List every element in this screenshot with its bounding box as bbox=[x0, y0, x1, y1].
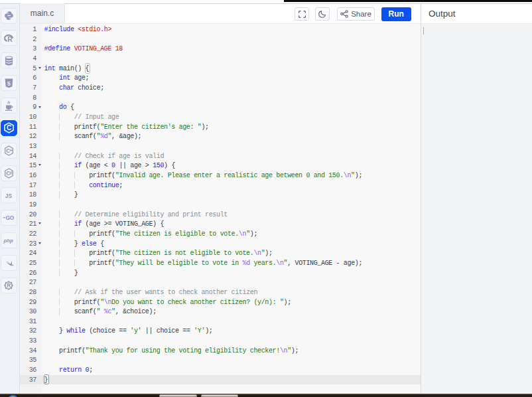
svg-text:JS: JS bbox=[5, 193, 13, 199]
svg-text:R: R bbox=[8, 36, 13, 43]
svg-text:#: # bbox=[9, 171, 12, 175]
svg-text:php: php bbox=[3, 238, 13, 244]
svg-text:+: + bbox=[10, 147, 13, 152]
svg-text:GO: GO bbox=[6, 215, 15, 221]
svg-text:C: C bbox=[7, 124, 11, 131]
svg-text:R: R bbox=[7, 283, 11, 289]
svg-text:5: 5 bbox=[7, 80, 11, 86]
